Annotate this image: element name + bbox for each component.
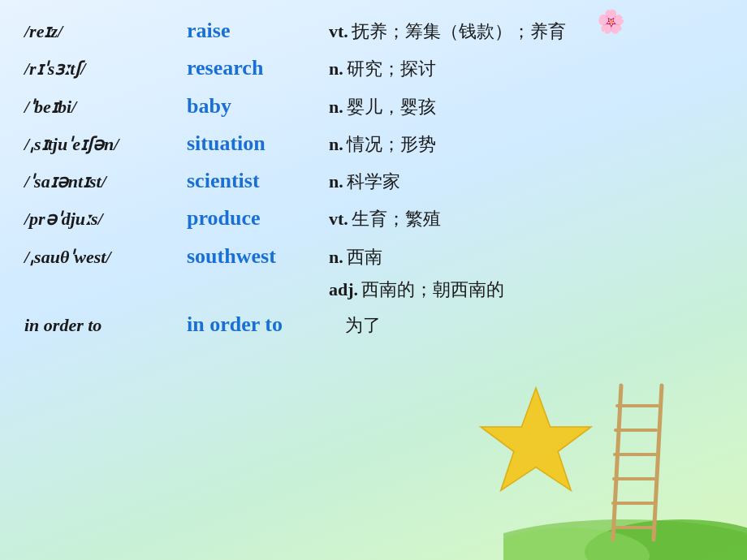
def-situation: 情况；形势	[347, 131, 436, 158]
vocab-row-situation: /ˌsɪtjuˈeɪʃən/ situation n. 情况；形势	[24, 127, 723, 160]
def-scientist: 科学家	[347, 168, 400, 196]
phonetic-produce: /prəˈdjuːs/	[24, 205, 187, 233]
pos-southwest-adj: adj.	[329, 279, 358, 300]
pos-raise: vt.	[329, 18, 348, 45]
word-produce: produce	[187, 202, 329, 235]
pos-research: n.	[329, 55, 343, 83]
phonetic-scientist: /ˈsaɪəntɪst/	[24, 168, 187, 196]
vocab-row-scientist: /ˈsaɪəntɪst/ scientist n. 科学家	[24, 165, 723, 197]
phonetic-situation: /ˌsɪtjuˈeɪʃən/	[24, 131, 187, 158]
def-baby: 婴儿，婴孩	[347, 93, 436, 121]
def-raise: 抚养；筹集（钱款）；养育	[352, 18, 566, 45]
vocab-row-inorderto: in order to in order to 为了	[24, 308, 723, 341]
vocab-row-baby: /ˈbeɪbi/ baby n. 婴儿，婴孩	[24, 90, 723, 123]
vocab-row-southwest: /ˌsauθˈwest/ southwest n. 西南	[24, 240, 723, 273]
def-produce: 生育；繁殖	[352, 205, 441, 233]
word-baby: baby	[187, 90, 329, 123]
ladder-decoration	[601, 381, 682, 544]
pos-scientist: n.	[329, 168, 343, 196]
svg-line-1	[613, 386, 621, 540]
def-inorderto: 为了	[345, 312, 381, 339]
phonetic-inorderto: in order to	[24, 312, 187, 339]
pos-produce: vt.	[329, 205, 348, 233]
word-inorderto: in order to	[187, 308, 329, 341]
phonetic-baby: /ˈbeɪbi/	[24, 93, 187, 121]
def-southwest: 西南	[347, 243, 382, 271]
word-southwest: southwest	[187, 240, 329, 273]
word-scientist: scientist	[187, 165, 329, 197]
flower-decoration: 🌸	[597, 8, 625, 35]
main-content: /reɪz/ raise vt. 抚养；筹集（钱款）；养育 /rɪˈsɜːtʃ/…	[0, 0, 747, 354]
pos-situation: n.	[329, 131, 343, 158]
word-raise: raise	[187, 15, 329, 47]
word-situation: situation	[187, 127, 329, 160]
svg-line-2	[654, 386, 662, 540]
phonetic-raise: /reɪz/	[24, 18, 187, 45]
phonetic-research: /rɪˈsɜːtʃ/	[24, 55, 187, 83]
phonetic-southwest: /ˌsauθˈwest/	[24, 243, 187, 271]
star-decoration	[471, 381, 601, 511]
pos-baby: n.	[329, 93, 343, 121]
vocab-row-southwest-adj: adj. 西南的；朝西南的	[24, 278, 723, 302]
word-research: research	[187, 52, 329, 84]
def-southwest-adj: 西南的；朝西南的	[361, 278, 504, 302]
def-research: 研究；探讨	[347, 55, 436, 83]
vocab-row-research: /rɪˈsɜːtʃ/ research n. 研究；探讨	[24, 52, 723, 84]
vocab-row-produce: /prəˈdjuːs/ produce vt. 生育；繁殖	[24, 202, 723, 235]
pos-southwest: n.	[329, 243, 343, 271]
svg-marker-0	[481, 388, 591, 490]
